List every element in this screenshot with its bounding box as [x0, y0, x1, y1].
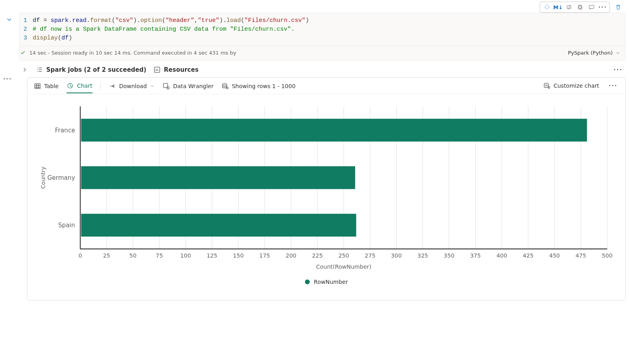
cell-status-bar: [1] 14 sec - Session ready in 10 sec 14 … [20, 46, 625, 60]
svg-text:225: 225 [312, 252, 323, 259]
row-count-label: Showing rows 1 - 1000 [232, 83, 296, 89]
customize-chart-button[interactable]: Customize chart [543, 82, 599, 89]
tab-chart-label: Chart [77, 83, 92, 89]
bar-chart: 0255075100125150175200225250275300325350… [37, 102, 616, 275]
status-text: 14 sec - Session ready in 10 sec 14 ms. … [29, 50, 236, 56]
data-wrangler-button[interactable]: Data Wrangler [163, 83, 213, 93]
row-count-indicator: Showing rows 1 - 1000 [222, 83, 296, 93]
svg-rect-3 [589, 5, 594, 8]
wrangler-icon [163, 83, 170, 90]
svg-text:150: 150 [233, 252, 244, 259]
chart-area: 0255075100125150175200225250275300325350… [28, 94, 625, 288]
delete-cell-icon[interactable] [613, 2, 623, 12]
clear-output-icon[interactable] [564, 3, 574, 12]
rows-icon [222, 83, 229, 90]
svg-rect-0 [567, 6, 571, 9]
comment-icon[interactable] [586, 3, 597, 12]
svg-text:350: 350 [444, 252, 454, 259]
svg-text:275: 275 [365, 252, 375, 259]
check-icon [20, 50, 26, 56]
more-jobs-actions[interactable]: ··· [613, 66, 623, 73]
svg-rect-2 [578, 5, 581, 9]
pie-icon [67, 82, 74, 89]
legend-swatch [305, 279, 310, 284]
output-panel: Table Chart Download Data Wrangler Showi… [27, 77, 626, 301]
more-output-actions[interactable]: ··· [607, 83, 619, 89]
svg-text:475: 475 [576, 252, 586, 259]
customize-chart-label: Customize chart [554, 83, 599, 89]
copy-cell-icon[interactable] [575, 3, 586, 12]
svg-text:125: 125 [206, 252, 217, 259]
svg-point-8 [167, 87, 169, 89]
spark-jobs-label: Spark jobs (2 of 2 succeeded) [46, 66, 146, 73]
svg-text:300: 300 [391, 252, 402, 259]
bar-chart-icon [153, 66, 161, 73]
list-icon [36, 66, 43, 73]
code-text: df = spark.read.format("csv").option("he… [33, 16, 621, 43]
svg-text:0: 0 [79, 252, 82, 259]
sparkle-icon[interactable] [542, 3, 552, 12]
svg-text:100: 100 [180, 252, 191, 259]
table-icon [34, 83, 41, 90]
more-cell-actions[interactable]: ··· [598, 3, 608, 12]
resources-button[interactable]: Resources [153, 66, 199, 73]
svg-text:400: 400 [496, 252, 507, 259]
svg-text:450: 450 [549, 252, 560, 259]
svg-text:France: France [55, 127, 75, 134]
svg-text:25: 25 [103, 252, 110, 259]
code-cell: 1 2 3 df = spark.read.format("csv").opti… [19, 13, 626, 61]
collapse-cell-icon[interactable] [6, 16, 13, 24]
customize-icon [543, 82, 550, 89]
svg-text:75: 75 [156, 252, 163, 259]
chevron-down-icon [615, 50, 621, 56]
svg-text:50: 50 [130, 252, 137, 259]
more-left-icon[interactable]: ··· [3, 76, 12, 82]
tab-chart[interactable]: Chart [67, 82, 92, 93]
svg-text:Country: Country [40, 167, 46, 189]
kernel-label: PySpark (Python) [568, 50, 613, 56]
svg-text:375: 375 [470, 252, 481, 259]
svg-text:500: 500 [602, 252, 613, 259]
svg-rect-9 [222, 84, 227, 88]
code-editor[interactable]: 1 2 3 df = spark.read.format("csv").opti… [20, 13, 625, 46]
jobs-bar: Spark jobs (2 of 2 succeeded) Resources … [3, 61, 626, 77]
svg-rect-55 [81, 119, 587, 142]
svg-text:200: 200 [286, 252, 297, 259]
kernel-selector[interactable]: PySpark (Python) [568, 50, 621, 56]
download-label: Download [119, 83, 147, 89]
markdown-toggle[interactable]: M↓ [553, 3, 563, 12]
svg-rect-59 [81, 214, 356, 236]
svg-rect-1 [579, 6, 582, 10]
chevron-down-icon [150, 84, 155, 89]
line-numbers: 1 2 3 [24, 16, 33, 43]
output-toolbar: Table Chart Download Data Wrangler Showi… [28, 78, 625, 94]
svg-text:175: 175 [259, 252, 270, 259]
svg-text:Germany: Germany [47, 174, 75, 181]
cell-toolbar: M↓ ··· [3, 0, 626, 13]
spark-jobs-button[interactable]: Spark jobs (2 of 2 succeeded) [36, 66, 146, 73]
legend-label: RowNumber [314, 279, 348, 285]
expand-jobs-icon[interactable] [21, 66, 29, 73]
svg-text:Spain: Spain [58, 222, 75, 229]
tab-table[interactable]: Table [34, 83, 59, 93]
svg-text:Count(RowNumber): Count(RowNumber) [316, 264, 372, 270]
svg-text:325: 325 [417, 252, 428, 259]
tab-table-label: Table [44, 83, 59, 89]
svg-text:425: 425 [523, 252, 534, 259]
download-icon [109, 83, 116, 90]
resources-label: Resources [164, 66, 199, 73]
chart-legend: RowNumber [37, 279, 616, 285]
svg-text:250: 250 [338, 252, 349, 259]
svg-rect-57 [81, 166, 355, 189]
svg-rect-5 [35, 84, 40, 89]
data-wrangler-label: Data Wrangler [173, 83, 213, 89]
download-button[interactable]: Download [109, 83, 155, 93]
